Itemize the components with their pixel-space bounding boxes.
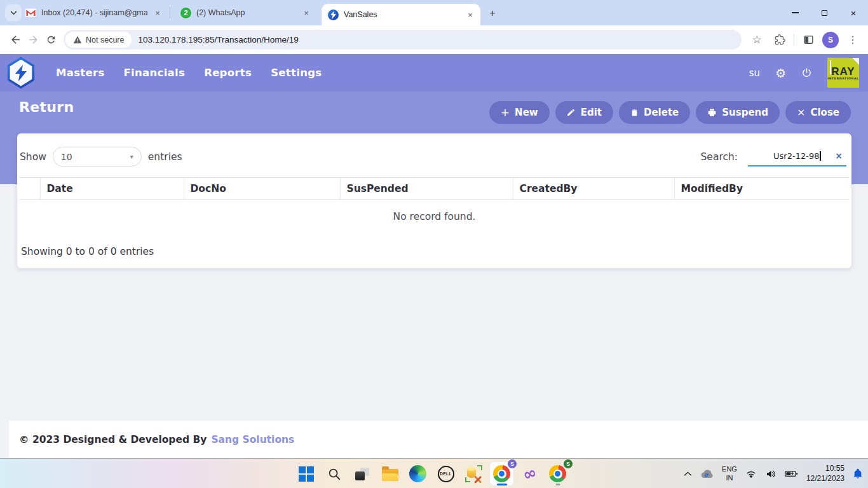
window-minimize-button[interactable]: [780, 0, 810, 25]
ray-brand-name: RAY: [827, 66, 859, 77]
wifi-icon[interactable]: [745, 469, 757, 478]
copyright-text: © 2023 Designed & Developed By: [19, 434, 207, 445]
ssms-icon: [465, 465, 483, 483]
trash-icon: [630, 108, 639, 117]
tab-close-icon[interactable]: ×: [301, 8, 311, 18]
clear-search-icon[interactable]: ×: [835, 151, 843, 161]
nav-item-settings[interactable]: Settings: [271, 67, 322, 79]
header-date[interactable]: Date: [40, 178, 184, 200]
tab-close-icon[interactable]: ×: [153, 8, 163, 18]
file-explorer-button[interactable]: [377, 461, 402, 486]
records-card: Show 10 ▾ entries Search: Usr2-12-98 × D…: [17, 133, 851, 268]
browser-toolbar: Not secure 103.120.178.195:85/Transactio…: [0, 25, 868, 54]
pencil-icon: [567, 108, 576, 117]
table-info: Showing 0 to 0 of 0 entries: [17, 233, 851, 257]
dell-icon: DELL: [438, 466, 454, 482]
close-button[interactable]: × Close: [785, 101, 851, 124]
forward-button[interactable]: [24, 31, 42, 49]
tab-divider: [170, 7, 170, 18]
close-icon: ×: [851, 8, 857, 18]
security-label: Not secure: [86, 36, 124, 44]
x-icon: ×: [797, 107, 805, 118]
chrome-profile1-button[interactable]: S: [489, 461, 514, 486]
username-label: su: [749, 67, 760, 79]
nav-item-reports[interactable]: Reports: [204, 67, 252, 79]
nav-item-masters[interactable]: Masters: [56, 67, 105, 79]
language-indicator[interactable]: ENGIN: [722, 465, 737, 483]
page-size-select[interactable]: 10 ▾: [53, 147, 142, 166]
edge-button[interactable]: [405, 461, 430, 486]
new-button[interactable]: + New: [489, 101, 550, 124]
edit-button-label: Edit: [581, 107, 602, 118]
delete-button[interactable]: Delete: [619, 101, 690, 124]
notification-bell-icon[interactable]: [853, 468, 863, 479]
tab-vansales-active[interactable]: VanSales ×: [322, 4, 480, 25]
header-suspended[interactable]: SusPended: [340, 178, 513, 200]
back-button[interactable]: [6, 31, 24, 49]
header-docno[interactable]: DocNo: [184, 178, 340, 200]
bolt-icon: [330, 11, 337, 19]
security-chip[interactable]: Not secure: [65, 32, 132, 48]
window-close-button[interactable]: ×: [839, 0, 868, 25]
ray-brand-subtitle: INTERNATIONAL: [827, 77, 859, 80]
visual-studio-button[interactable]: ∞: [517, 461, 542, 486]
sang-solutions-link[interactable]: Sang Solutions: [211, 434, 294, 445]
windows-taskbar: DELL S ∞ S ENGIN: [0, 458, 868, 488]
chrome-profile-badge: S: [508, 459, 517, 468]
close-button-label: Close: [810, 107, 839, 118]
tab-close-icon[interactable]: ×: [465, 10, 475, 20]
empty-message: No record found.: [20, 200, 849, 234]
whatsapp-unread-icon: 2: [180, 8, 191, 18]
active-app-indicator: [497, 484, 507, 485]
search-label: Search:: [701, 151, 738, 163]
edit-button[interactable]: Edit: [555, 101, 613, 124]
suspend-button[interactable]: Suspend: [696, 101, 780, 124]
taskbar-search-button[interactable]: [322, 461, 346, 486]
window-restore-button[interactable]: [810, 0, 839, 25]
volume-icon[interactable]: [765, 469, 776, 479]
tab-whatsapp[interactable]: 2 (2) WhatsApp ×: [174, 0, 316, 25]
search-icon: [327, 467, 341, 481]
entries-label: entries: [148, 151, 182, 163]
header-createdby[interactable]: CreatedBy: [513, 178, 674, 200]
bookmark-star-icon[interactable]: ☆: [748, 31, 766, 49]
gmail-icon: [25, 8, 36, 17]
browser-menu-icon[interactable]: ⋮: [844, 31, 862, 49]
address-bar[interactable]: Not secure 103.120.178.195:85/Transactio…: [64, 30, 742, 50]
new-tab-button[interactable]: +: [484, 5, 501, 22]
header-modifiedby[interactable]: ModifiedBy: [674, 178, 849, 200]
page-size-value: 10: [61, 152, 72, 162]
printer-icon: [707, 108, 717, 117]
power-icon[interactable]: [801, 67, 812, 78]
profile-avatar[interactable]: S: [822, 32, 839, 48]
dell-app-button[interactable]: DELL: [433, 461, 458, 486]
nav-item-financials[interactable]: Financials: [124, 67, 186, 79]
task-view-button[interactable]: [349, 461, 374, 486]
open-app-indicator: [555, 484, 560, 485]
search-value: Usr2-12-98: [773, 151, 819, 161]
side-panel-icon[interactable]: [799, 31, 817, 49]
start-button[interactable]: [294, 461, 318, 486]
chevron-down-icon: ▾: [130, 153, 133, 160]
tab-title: VanSales: [344, 10, 460, 19]
records-table: Date DocNo SusPended CreatedBy ModifiedB…: [20, 177, 849, 233]
tab-gmail[interactable]: Inbox (20,474) - sijinam@gmail ×: [19, 0, 168, 25]
tab-title: (2) WhatsApp: [196, 8, 296, 17]
ray-international-logo: RAY INTERNATIONAL: [827, 58, 859, 88]
clock-widget[interactable]: 10:5512/21/2023: [806, 464, 844, 484]
tray-chevron-up-icon[interactable]: [684, 471, 692, 477]
toolbar-divider: [794, 34, 794, 46]
search-input[interactable]: Usr2-12-98 ×: [748, 147, 846, 166]
gear-icon[interactable]: ⚙: [775, 66, 786, 80]
reload-button[interactable]: [42, 31, 60, 49]
chrome-profile2-button[interactable]: S: [545, 461, 570, 486]
app-logo[interactable]: [6, 57, 36, 89]
onedrive-icon[interactable]: [700, 469, 714, 478]
extensions-icon[interactable]: [771, 31, 789, 49]
battery-icon[interactable]: [785, 470, 798, 478]
new-button-label: New: [515, 107, 538, 118]
text-cursor: [820, 151, 821, 161]
browser-tab-strip: Inbox (20,474) - sijinam@gmail × 2 (2) W…: [0, 0, 868, 25]
ssms-button[interactable]: [461, 461, 486, 486]
tab-title: Inbox (20,474) - sijinam@gmail: [41, 8, 147, 17]
